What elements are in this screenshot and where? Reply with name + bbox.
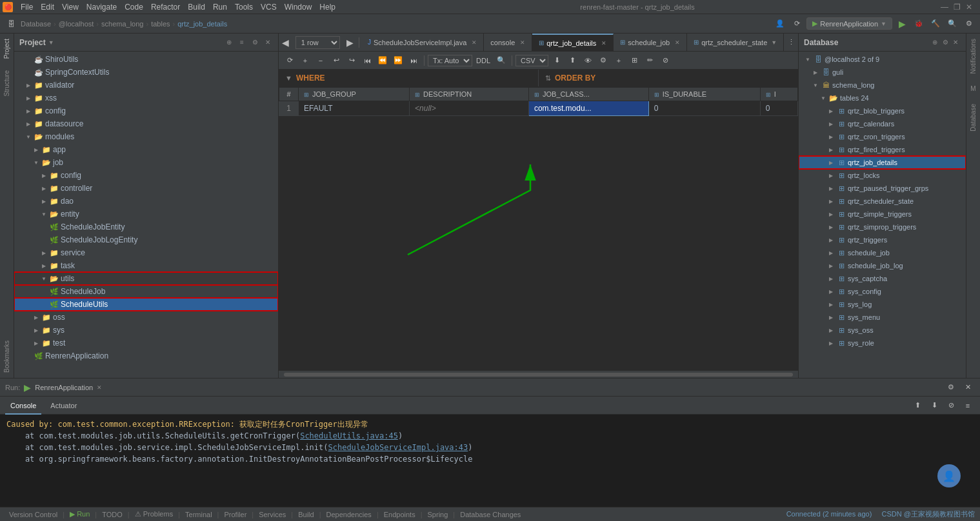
user-icon[interactable]: 👤 <box>773 17 787 31</box>
db-tree-sys-oss[interactable]: ▶ ⊞ sys_oss <box>799 324 966 337</box>
db-tree-schema-long[interactable]: ▼ 🏛 schema_long <box>799 79 966 92</box>
sync-icon[interactable]: ⟳ <box>790 17 804 31</box>
db-panel-scroll[interactable]: ⊕ <box>930 37 940 48</box>
cols-btn[interactable]: + <box>612 54 626 68</box>
console-close[interactable]: ✕ <box>961 380 975 395</box>
tab-close[interactable]: ✕ <box>601 40 606 46</box>
cell-job-class[interactable]: com.test.modu... <box>528 101 648 116</box>
tab-close[interactable]: ✕ <box>675 39 680 46</box>
tree-item-modules[interactable]: ▼ 📂 modules <box>14 130 278 143</box>
tree-item-task[interactable]: ▶ 📁 task <box>14 259 278 272</box>
panel-collapse[interactable]: ≡ <box>237 37 247 48</box>
last-btn[interactable]: ⏭ <box>406 54 421 68</box>
db-tree-qrtz-paused[interactable]: ▶ ⊞ qrtz_paused_trigger_grps <box>799 182 966 195</box>
db-tree-qrtz-fired[interactable]: ▶ ⊞ qrtz_fired_triggers <box>799 143 966 156</box>
tab-schedule-job[interactable]: ⊞ schedule_job ✕ <box>614 34 687 52</box>
tree-item-springcontextutils[interactable]: ☕ SpringContextUtils <box>14 66 278 79</box>
tree-item-renrenapplication[interactable]: 🌿 RenrenApplication <box>14 349 278 362</box>
first-btn[interactable]: ⏮ <box>360 54 374 68</box>
run-close[interactable]: ✕ <box>97 384 102 391</box>
tree-item-validator[interactable]: ▶ 📁 validator <box>14 79 278 92</box>
bottom-spring[interactable]: Spring <box>424 511 452 518</box>
db-tree-qrtz-scheduler[interactable]: ▶ ⊞ qrtz_scheduler_state <box>799 195 966 208</box>
breadcrumb-tables[interactable]: tables <box>151 20 170 28</box>
db-tree-qrtz-locks[interactable]: ▶ ⊞ qrtz_locks <box>799 169 966 182</box>
scroll-up-btn[interactable]: ⬆ <box>910 398 925 413</box>
import-btn[interactable]: ⬆ <box>565 54 579 68</box>
bottom-db-changes[interactable]: Database Changes <box>456 511 525 518</box>
db-tree-tables[interactable]: ▼ 📂 tables 24 <box>799 92 966 104</box>
tree-item-oss[interactable]: ▶ 📁 oss <box>14 311 278 324</box>
horizontal-scrollbar[interactable] <box>279 370 798 378</box>
breadcrumb-table[interactable]: qrtz_job_details <box>177 20 227 28</box>
wrap-btn[interactable]: ≡ <box>961 398 975 413</box>
db-tree-qrtz-simprop[interactable]: ▶ ⊞ qrtz_simprop_triggers <box>799 221 966 233</box>
run-config[interactable]: ▶ RenrenApplication ▼ <box>806 17 892 30</box>
tree-item-shiroutils[interactable]: ☕ ShiroUtils <box>14 53 278 66</box>
tree-item-sys[interactable]: ▶ 📁 sys <box>14 324 278 337</box>
window-max[interactable]: ❐ <box>954 3 961 12</box>
tree-item-utils[interactable]: ▼ 📂 utils <box>14 272 278 285</box>
col-job-group[interactable]: ⊞ JOB_GROUP <box>299 88 410 101</box>
tab-dropdown[interactable]: ▼ <box>771 39 777 46</box>
console-settings[interactable]: ⚙ <box>944 380 958 395</box>
tree-item-scheduleutils[interactable]: 🌿 ScheduleUtils <box>14 298 278 311</box>
panel-close[interactable]: ✕ <box>263 37 273 48</box>
db-tree-schedule-job[interactable]: ▶ ⊞ schedule_job <box>799 246 966 259</box>
console-tab-console[interactable]: Console <box>5 397 41 415</box>
tree-item-service[interactable]: ▶ 📁 service <box>14 246 278 259</box>
console-tab-actuator[interactable]: Actuator <box>45 397 82 415</box>
structure-tab[interactable]: Structure <box>2 68 12 99</box>
menu-edit[interactable]: Edit <box>37 0 58 14</box>
col-job-class[interactable]: ⊞ JOB_CLASS... <box>528 88 648 101</box>
tree-item-controller[interactable]: ▶ 📁 controller <box>14 182 278 195</box>
col-i[interactable]: ⊞ I <box>760 88 797 101</box>
panel-scroll-end[interactable]: ⊕ <box>224 37 234 48</box>
menu-build[interactable]: Build <box>184 0 209 14</box>
add-row-btn[interactable]: + <box>298 54 312 68</box>
bookmarks-tab[interactable]: Bookmarks <box>2 338 12 375</box>
settings-btn[interactable]: ⚙ <box>962 17 976 31</box>
db-tree-schedule-job-log[interactable]: ▶ ⊞ schedule_job_log <box>799 259 966 272</box>
db-tree-qrtz-calendars[interactable]: ▶ ⊞ qrtz_calendars <box>799 117 966 130</box>
settings-icon[interactable]: ⚙ <box>596 54 610 68</box>
filter-btn[interactable]: ⊘ <box>658 54 672 68</box>
window-close[interactable]: ✕ <box>966 3 972 12</box>
bottom-todo[interactable]: TODO <box>98 511 126 518</box>
cell-is-durable[interactable]: 0 <box>648 101 760 116</box>
db-tree-sys-log[interactable]: ▶ ⊞ sys_log <box>799 298 966 311</box>
menu-vcs[interactable]: VCS <box>257 0 281 14</box>
tab-close[interactable]: ✕ <box>472 39 477 46</box>
tree-item-job-config[interactable]: ▶ 📁 config <box>14 169 278 182</box>
col-is-durable[interactable]: ⊞ IS_DURABLE <box>648 88 760 101</box>
run-btn[interactable]: ▶ <box>895 17 909 31</box>
bottom-build[interactable]: Build <box>294 511 317 518</box>
redo-btn[interactable]: ↪ <box>345 54 359 68</box>
bottom-endpoints[interactable]: Endpoints <box>380 511 419 518</box>
bottom-problems[interactable]: ⚠ Problems <box>131 510 177 518</box>
bottom-dependencies[interactable]: Dependencies <box>323 511 375 518</box>
bottom-run[interactable]: ▶ Run <box>66 510 94 518</box>
tree-item-schedulejobentity[interactable]: 🌿 ScheduleJobEntity <box>14 221 278 233</box>
menu-run[interactable]: Run <box>209 0 231 14</box>
window-min[interactable]: — <box>941 3 948 12</box>
next-btn[interactable]: ⏩ <box>391 54 405 68</box>
tree-item-dao[interactable]: ▶ 📁 dao <box>14 195 278 208</box>
notifications-tab[interactable]: Notifications <box>968 36 978 76</box>
console-link-2[interactable]: ScheduleJobServiceImpl.java:43 <box>328 443 468 452</box>
prev-btn[interactable]: ⏪ <box>375 54 390 68</box>
menu-refactor[interactable]: Refactor <box>147 0 184 14</box>
tab-schedulejobserviceimpl[interactable]: J ScheduleJobServiceImpl.java ✕ <box>361 34 484 52</box>
tree-item-entity[interactable]: ▼ 📂 entity <box>14 208 278 221</box>
edit-btn[interactable]: ✏ <box>643 54 657 68</box>
db-tree-sys-menu[interactable]: ▶ ⊞ sys_menu <box>799 311 966 324</box>
scroll-down-btn[interactable]: ⬇ <box>927 398 941 413</box>
toolbar-db-icon[interactable]: 🗄 <box>4 17 18 31</box>
clear-btn[interactable]: ⊘ <box>944 398 958 413</box>
tree-item-app[interactable]: ▶ 📁 app <box>14 143 278 156</box>
bottom-profiler[interactable]: Profiler <box>220 511 250 518</box>
remove-row-btn[interactable]: − <box>314 54 328 68</box>
undo-btn[interactable]: ↩ <box>329 54 343 68</box>
menu-tools[interactable]: Tools <box>231 0 257 14</box>
cell-job-group[interactable]: EFAULT <box>299 101 410 116</box>
